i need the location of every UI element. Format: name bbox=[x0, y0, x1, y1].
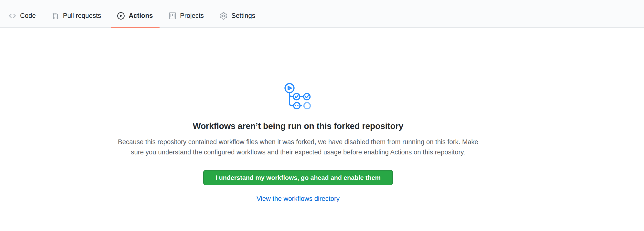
actions-disabled-blankslate: Workflows aren’t being run on this forke… bbox=[95, 28, 501, 203]
tab-code-label: Code bbox=[20, 13, 36, 19]
enable-button-row: I understand my workflows, go ahead and … bbox=[95, 170, 501, 185]
code-icon bbox=[9, 13, 16, 19]
tab-settings-label: Settings bbox=[231, 13, 255, 19]
tab-pull-requests[interactable]: Pull requests bbox=[46, 5, 108, 28]
play-icon bbox=[117, 12, 124, 20]
project-icon bbox=[169, 13, 176, 19]
tab-pull-requests-label: Pull requests bbox=[63, 13, 101, 19]
workflow-graph-icon bbox=[284, 83, 312, 110]
tab-projects-label: Projects bbox=[180, 13, 204, 19]
page-description-line-2: sure you understand the configured workf… bbox=[131, 148, 465, 156]
tab-code[interactable]: Code bbox=[2, 5, 42, 28]
repo-header: Code Pull requests Actions Projects Sett bbox=[0, 0, 644, 28]
page-description: Because this repository contained workfl… bbox=[95, 137, 501, 157]
workflows-directory-link[interactable]: View the workflows directory bbox=[256, 195, 340, 202]
page-title: Workflows aren’t being run on this forke… bbox=[95, 121, 501, 131]
gear-icon bbox=[220, 12, 227, 20]
tab-actions[interactable]: Actions bbox=[111, 5, 160, 28]
workflows-link-row: View the workflows directory bbox=[95, 195, 501, 203]
page-description-line-1: Because this repository contained workfl… bbox=[118, 138, 478, 146]
tab-actions-label: Actions bbox=[129, 13, 153, 19]
tab-projects[interactable]: Projects bbox=[162, 5, 210, 28]
tab-settings[interactable]: Settings bbox=[213, 5, 262, 28]
enable-workflows-button[interactable]: I understand my workflows, go ahead and … bbox=[203, 170, 393, 185]
repo-tab-bar: Code Pull requests Actions Projects Sett bbox=[2, 5, 265, 28]
git-pull-request-icon bbox=[52, 13, 59, 19]
